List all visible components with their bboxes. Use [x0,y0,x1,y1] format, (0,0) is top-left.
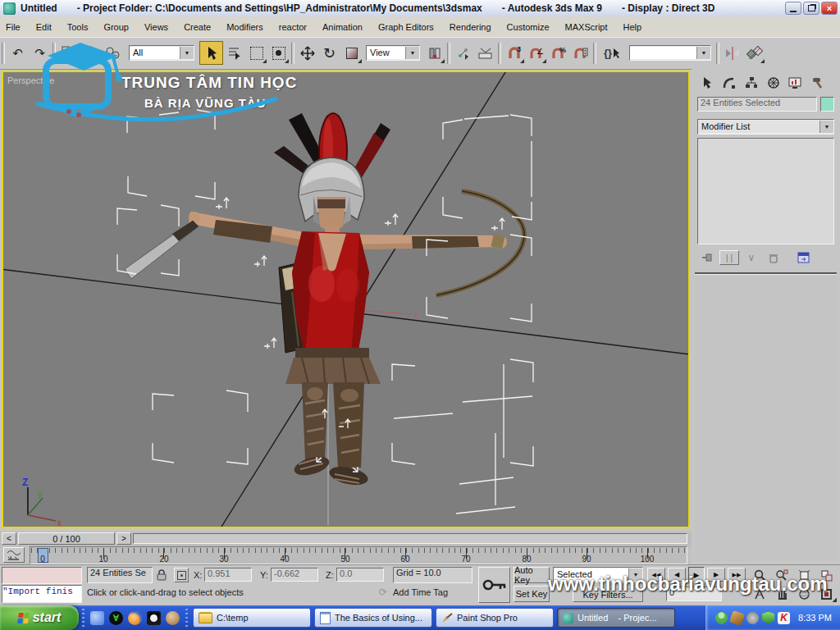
z-coord-field[interactable]: 0.0 [336,568,384,582]
add-time-tag[interactable]: Add Time Tag [393,587,472,597]
select-and-scale-button[interactable] [340,42,363,64]
keyboard-shortcut-override-button[interactable] [474,42,496,64]
selection-lock-toggle[interactable] [156,568,167,583]
remove-modifier-button[interactable] [764,250,783,265]
x-coord-field[interactable]: 0.951 [204,568,252,582]
taskbar-item-paint-shop-pro[interactable]: Paint Shop Pro [436,608,554,628]
communicator-icon[interactable]: ⟳ [379,587,387,598]
show-end-result-button[interactable]: | | [719,250,739,265]
object-color-swatch[interactable] [820,97,834,112]
maxscript-listener-pane[interactable]: "Import finis [2,585,82,603]
document-icon [320,612,331,624]
set-keys-button[interactable] [478,567,510,603]
mirror-button[interactable] [721,42,743,64]
tab-display[interactable] [784,72,806,94]
configure-modifier-sets-button[interactable] [792,250,814,265]
tray-shield-icon[interactable] [762,612,774,624]
window-crossing-toggle-button[interactable] [267,42,290,64]
menu-tools[interactable]: Tools [67,22,89,32]
tab-motion[interactable] [762,72,784,94]
close-button[interactable]: × [821,2,838,15]
reference-coordinate-dropdown[interactable]: View ▼ [366,45,420,61]
unlink-selection-button[interactable] [80,42,102,64]
menu-help[interactable]: Help [623,22,642,32]
tab-create[interactable] [696,72,718,94]
tray-clock[interactable]: 8:33 PM [798,613,832,623]
tray-messenger-icon[interactable] [715,612,728,624]
tab-modify[interactable] [718,72,740,94]
time-slider-prev-button[interactable]: < [2,532,16,545]
use-pivot-point-center-button[interactable] [423,42,445,64]
rectangular-selection-region-button[interactable] [245,42,267,64]
percent-snap-toggle-button[interactable]: % [547,42,569,64]
absolute-mode-transform-button[interactable] [174,568,189,582]
undo-button[interactable]: ↶ [7,42,29,64]
taskbar-item-3dsmax-active[interactable]: Untitled - Projec... [557,608,675,628]
quick-launch-messenger-icon[interactable] [90,611,104,625]
pin-stack-button[interactable] [697,250,717,265]
quick-launch-monkey-icon[interactable] [166,611,180,625]
make-unique-button[interactable]: ∨ [742,250,761,265]
open-mini-curve-editor-button[interactable] [3,547,25,563]
bind-to-space-warp-button[interactable] [102,42,124,64]
menu-edit[interactable]: Edit [36,22,52,32]
tripod-y-label: y [38,490,42,499]
menu-animation[interactable]: Animation [322,22,363,32]
selection-filter-dropdown[interactable]: All ▼ [129,45,194,61]
minimize-button[interactable] [785,2,801,15]
snaps-toggle-button[interactable]: 3 [503,42,525,64]
quick-launch-panda-icon[interactable] [147,611,161,625]
menu-create[interactable]: Create [184,22,211,32]
perspective-viewport[interactable]: x y z [2,71,690,528]
link-icon [62,46,76,61]
tray-kaspersky-icon[interactable]: K [778,612,790,624]
time-slider-next-button[interactable]: > [116,532,131,545]
quick-launch-dc-icon[interactable]: ∀ [109,611,123,625]
modifier-list-dropdown[interactable]: Modifier List ▼ [697,119,834,135]
set-key-button[interactable]: Set Key [514,586,550,602]
tray-utility-icon[interactable] [729,609,745,625]
menu-modifiers[interactable]: Modifiers [226,22,263,32]
track-bar-ruler[interactable]: 0 10 20 30 40 50 60 70 80 90 100 [30,546,687,564]
menu-maxscript[interactable]: MAXScript [565,22,608,32]
edit-named-selection-sets-button[interactable]: {} [598,42,626,64]
menu-group[interactable]: Group [103,22,129,32]
object-name-field[interactable]: 24 Entities Selected [697,97,817,112]
menu-customize[interactable]: Customize [507,22,550,32]
quick-launch-firefox-icon[interactable] [128,611,142,625]
select-and-link-button[interactable] [57,42,80,64]
viewport-label[interactable]: Perspective [7,75,54,85]
select-object-button[interactable] [199,41,223,65]
x-coord-label: X: [194,570,202,580]
menu-bar: File Edit Tools Group Views Create Modif… [0,16,840,38]
spinner-snap-toggle-button[interactable] [569,42,591,64]
select-and-manipulate-button[interactable] [452,42,474,64]
select-by-name-button[interactable] [223,42,245,64]
taskbar-item-basics-doc[interactable]: The Basics of Using... [314,608,432,628]
menu-reactor[interactable]: reactor [279,22,307,32]
taskbar-item-ctemp[interactable]: C:\temp [193,608,311,628]
tick-label: 0 [30,555,55,564]
tab-hierarchy[interactable] [740,72,762,94]
y-coord-field[interactable]: -0.662 [271,568,318,582]
menu-rendering[interactable]: Rendering [450,22,491,32]
status-selection-count: 24 Entities Se [87,567,153,583]
align-button[interactable] [743,42,765,64]
auto-key-button[interactable]: Auto Key [514,567,550,583]
angle-snap-toggle-button[interactable]: ∠ [525,42,547,64]
start-button[interactable]: start [0,605,79,630]
menu-graph-editors[interactable]: Graph Editors [378,22,434,32]
modifier-stack-list[interactable] [697,138,834,244]
tab-utilities[interactable] [806,72,829,94]
tray-volume-icon[interactable] [746,612,759,624]
menu-views[interactable]: Views [144,22,168,32]
restore-button[interactable] [803,2,819,15]
named-selection-set-field[interactable]: ▼ [629,45,711,61]
time-slider-handle[interactable]: 0 / 100 [18,532,115,545]
redo-button[interactable]: ↷ [29,42,51,64]
time-slider-track[interactable] [133,533,687,544]
select-and-move-button[interactable] [296,42,318,64]
maxscript-listener-macro-pane[interactable] [2,567,82,584]
select-and-rotate-button[interactable]: ↻ [318,42,340,64]
menu-file[interactable]: File [6,22,21,32]
